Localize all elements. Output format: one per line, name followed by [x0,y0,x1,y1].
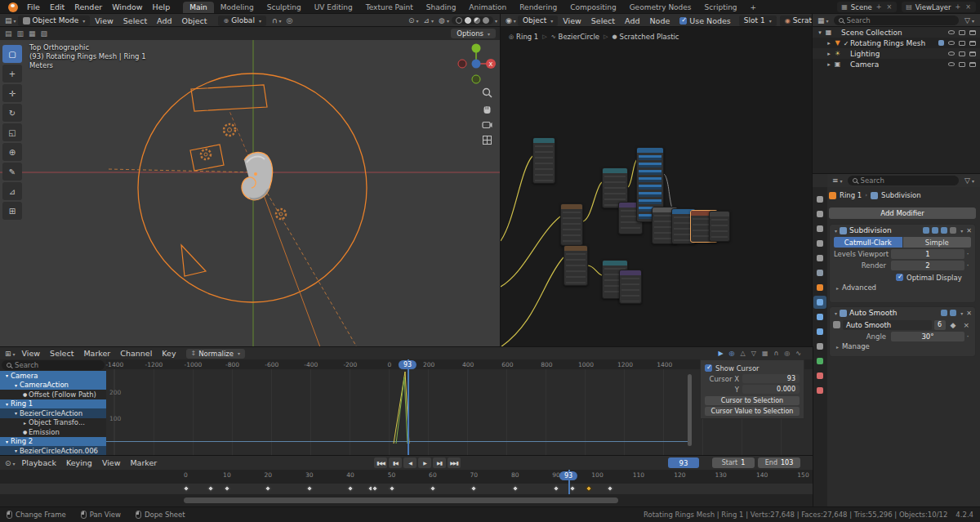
tab-particles[interactable] [813,310,826,323]
channel-row[interactable]: ▾ CameraAction [0,381,106,390]
editor-type-icon[interactable]: ◉▾ [504,16,518,25]
material-preview-icon[interactable] [474,17,480,24]
menu-item[interactable]: File [22,2,45,11]
menu-item[interactable]: Help [148,2,176,11]
keyframe-diamond[interactable] [207,485,213,492]
disable-in-render-icon[interactable] [959,30,965,35]
disable-in-render-icon[interactable] [959,51,965,56]
outliner-search[interactable] [834,16,960,25]
cursor-y-field[interactable]: 0.000 [742,385,800,394]
navigation-gizmo[interactable]: X [456,42,497,87]
workspace-tab[interactable]: Animation [462,2,513,14]
tool-move[interactable]: ✛ [2,84,22,102]
hide-in-viewport-icon[interactable] [948,41,955,45]
animate-dot-icon[interactable]: · [964,332,971,341]
workspace-tab[interactable]: Scripting [698,2,744,14]
menu-item[interactable]: Playback [17,458,61,467]
move-view-hand-icon[interactable] [482,104,492,114]
snap-dropdown[interactable]: ∩ [773,350,778,357]
filter-dropdown[interactable]: ▽ [751,350,756,357]
channel-row[interactable]: ▸ Object Transfo... [0,418,106,428]
menu-item[interactable]: View [558,16,586,25]
shader-node[interactable] [532,137,555,184]
end-frame-field[interactable]: End103 [758,457,800,468]
tab-constraints[interactable] [813,340,826,353]
keyframe-diamond[interactable] [347,485,354,492]
channel-row[interactable]: ▾ BezierCircleAction.006 [0,446,106,456]
keyframe-diamond[interactable] [569,485,576,492]
tool-scale[interactable]: ◱ [2,123,22,141]
slot-dropdown[interactable]: Slot 1▾ [739,16,777,26]
normalize-button[interactable]: ↕ Normalize▾ [186,349,246,359]
channel-icon[interactable]: ▾ [3,373,11,378]
close-icon[interactable]: ✕ [966,227,972,234]
proportional-edit-toggle[interactable]: ◎ [784,350,790,357]
overlays-dropdown-icon[interactable]: ◍▾ [436,16,452,25]
menu-item[interactable]: View [90,16,118,25]
field-value[interactable]: 1 [891,249,964,259]
shader-node[interactable] [564,245,588,286]
modifier-name[interactable]: Auto Smooth [849,309,897,317]
advanced-section[interactable]: ▸Advanced [830,283,975,292]
jump-to-start-button[interactable]: ▮◀◀ [374,457,387,468]
workspace-tab[interactable]: Texture Paint [359,2,420,14]
menu-item[interactable]: Add [152,16,176,25]
overlays-toggle[interactable]: ∿ [795,350,801,357]
channel-icon[interactable]: ▾ [3,401,11,407]
channel-icon[interactable]: ● [21,429,29,435]
field-value[interactable]: 2 [891,261,964,270]
next-keyframe-button[interactable]: ▶▮ [433,457,446,468]
breadcrumb-object[interactable]: Ring 1 [516,33,538,41]
keyframe-diamond[interactable] [224,485,230,492]
disable-in-render-icon[interactable] [959,41,965,46]
close-icon[interactable]: ✕ [966,310,972,317]
animate-dot-icon[interactable]: · [964,249,971,258]
playhead-line[interactable] [408,359,409,456]
breadcrumb-object[interactable]: Ring 1 [840,191,862,199]
filter-icon[interactable]: ▽▾ [962,16,977,25]
menu-item[interactable]: Select [586,16,620,25]
disclosure-icon[interactable]: ▸ [825,61,833,68]
jump-to-end-button[interactable]: ▶▶▮ [448,457,461,468]
disclosure-icon[interactable]: ▸ [825,51,833,57]
workspace-tab[interactable]: Main [183,2,214,14]
disable-in-viewport-icon[interactable] [969,62,976,67]
shader-node-editor[interactable]: ◎ Ring 1 ▷ ∿ BezierCircle ▷ ● Scratched … [501,27,813,347]
horizontal-scrollbar[interactable] [184,497,618,503]
disclosure-icon[interactable]: ▸ [825,40,833,47]
show-hidden-toggle[interactable]: ◎ [729,350,735,357]
channel-row[interactable]: ▾ Camera [0,371,106,381]
channel-row[interactable]: ● Emission [0,427,106,437]
realtime-toggle[interactable] [941,310,947,316]
viewlayer-selector[interactable]: ▤ ViewLayer + × [902,2,976,12]
tool-select-box[interactable]: ▢ [2,45,22,63]
keyframe-diamond[interactable] [388,485,394,492]
disable-in-render-icon[interactable] [959,62,965,67]
timeline-ruler[interactable]: 0102030405060708090100110120130140150 [0,470,813,484]
toolsettings-icon-2[interactable]: ▥ [17,29,24,38]
tool-cursor[interactable]: + [2,65,22,83]
breadcrumb-material[interactable]: Scratched Plastic [620,33,679,41]
channel-icon[interactable]: ▾ [3,439,11,444]
shader-node[interactable] [619,270,642,304]
expand-icon[interactable]: ▾ [835,228,837,234]
toggle-grid-icon[interactable] [482,135,492,145]
camera-view-icon[interactable] [482,120,492,129]
filter-icon[interactable]: ▽▾ [962,176,977,185]
transform-orientation-dropdown[interactable]: ⊕ Global▾ [218,16,265,26]
unlink-icon[interactable]: × [960,321,972,329]
menu-item[interactable]: Keying [61,458,97,467]
use-nodes-checkbox[interactable] [679,17,687,25]
hide-in-viewport-icon[interactable] [948,62,955,66]
snap-magnet-icon[interactable]: ∩▾ [270,16,284,25]
select-checkbox[interactable] [842,39,850,47]
outliner-row[interactable]: ▸ Camera [813,59,980,69]
tab-view-layer[interactable] [813,237,826,250]
channel-icon[interactable]: ▾ [12,410,20,416]
toolsettings-icon-4[interactable]: ▧ [41,29,48,38]
channel-icon[interactable]: ▾ [12,382,20,388]
menu-item[interactable]: Edit [45,2,69,11]
disable-in-viewport-icon[interactable] [969,51,976,56]
vertical-scrollbar[interactable] [688,374,692,446]
tool-add-cube[interactable]: ⊞ [2,202,22,220]
